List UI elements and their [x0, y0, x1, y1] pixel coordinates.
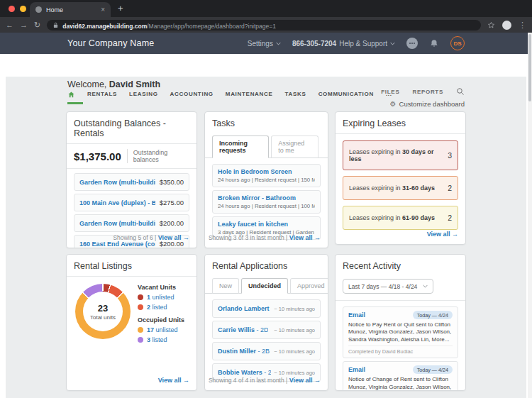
total-units-value: 23	[98, 303, 108, 314]
property-link[interactable]: 100 Main Ave (duplex) - B	[79, 199, 155, 206]
task-link[interactable]: Broken Mirror - Bathroom	[218, 194, 315, 201]
activity-item: Email Today — 4/24 Notice to Pay Rent or…	[343, 306, 458, 358]
view-all-link[interactable]: View all →	[158, 234, 189, 241]
scrollbar-thumb[interactable]	[528, 34, 531, 101]
occupancy-donut-chart: 23 Total units	[75, 284, 131, 339]
applicant-link[interactable]: Bobbie Waters - 2B	[218, 369, 271, 376]
legend-entry: 17 unlisted	[138, 326, 184, 333]
applicant-link[interactable]: Dustin Miller - 2B	[218, 348, 270, 355]
nav-files[interactable]: FILES	[381, 89, 399, 95]
applicant-link[interactable]: Carrie Willis - 2D	[218, 326, 268, 333]
tab-assigned-to-me[interactable]: Assigned to me	[271, 136, 318, 158]
property-link[interactable]: Garden Row (multi-building comple...	[79, 179, 155, 186]
legend-entry: 2 listed	[138, 304, 184, 311]
legend-link[interactable]: 3 listed	[147, 336, 167, 343]
property-link[interactable]: 160 East End Avenue (condo/townh...	[79, 241, 155, 248]
task-link[interactable]: Hole in Bedroom Screen	[218, 168, 315, 175]
nav-accounting[interactable]: ACCOUNTING	[170, 91, 214, 97]
favicon-icon	[35, 6, 42, 13]
applicant-link[interactable]: Orlando Lambert - 1	[218, 305, 271, 312]
legend-entry: 3 listed	[138, 336, 184, 343]
application-row: Orlando Lambert - 1 ~ 10 minutes ago	[212, 299, 321, 318]
legend-group-title: Occupied Units	[138, 316, 184, 324]
chevron-down-icon	[390, 41, 395, 46]
customize-dashboard-button[interactable]: ⚙ Customize dashboard	[390, 100, 465, 108]
activity-type-link[interactable]: Email	[348, 366, 365, 373]
nav-leasing[interactable]: LEASING	[129, 91, 157, 97]
nav-maintenance[interactable]: MAINTENANCE	[226, 91, 273, 97]
activity-text: Notice to Pay Rent or Quit sent to Clift…	[348, 321, 453, 343]
nav-tasks[interactable]: TASKS	[285, 91, 306, 97]
forward-icon[interactable]: →	[20, 21, 28, 29]
expiring-row-30[interactable]: Leases expiring in 30 days or less 3	[343, 140, 458, 170]
property-link[interactable]: Garden Row (multi-building comple...	[79, 220, 155, 227]
task-meta: 24 hours ago | Resident request | 100 Ma…	[218, 203, 315, 209]
app-header: Your Company Name Settings 866-305-7204 …	[0, 33, 532, 54]
url-bar[interactable]: david62.managebuilding.com/Manager/app/h…	[47, 20, 481, 31]
expiring-label: Leases expiring in 30 days or less	[349, 148, 448, 162]
expiring-row-61-90[interactable]: Leases expiring in 61-90 days 2	[343, 206, 458, 230]
expiring-leases-card: Expiring Leases Leases expiring in 30 da…	[335, 111, 466, 245]
bookmark-star-icon[interactable]	[487, 21, 495, 29]
reload-icon[interactable]: ↻	[34, 21, 40, 29]
nav-communication[interactable]: COMMUNICATION	[318, 91, 374, 97]
legend-link[interactable]: 2 listed	[147, 304, 167, 311]
active-nav-indicator	[67, 102, 83, 104]
legend-dot	[138, 294, 143, 300]
card-footer: Showing 5 of 6 | View all →	[113, 234, 189, 241]
task-item: Broken Mirror - Bathroom 24 hours ago | …	[212, 190, 321, 214]
application-row: Dustin Miller - 2B ~ 10 minutes ago	[212, 342, 321, 360]
lock-icon	[53, 22, 58, 28]
home-icon[interactable]	[67, 91, 75, 99]
browser-tabstrip: Home × +	[0, 0, 532, 17]
view-all-link[interactable]: View all →	[289, 234, 321, 241]
legend-link[interactable]: 17 unlisted	[147, 326, 178, 333]
view-all-link[interactable]: View all →	[158, 377, 189, 384]
page-scrollbar[interactable]	[528, 33, 532, 398]
date-range-select[interactable]: Last 7 days — 4/18 - 4/24	[343, 279, 433, 294]
notifications-bell-icon[interactable]	[429, 38, 439, 49]
settings-menu[interactable]: Settings	[248, 40, 281, 48]
close-window-button[interactable]	[9, 6, 15, 12]
balance-amount: $200.00	[160, 219, 184, 227]
chevron-down-icon	[276, 41, 281, 46]
browser-profile-avatar[interactable]	[502, 21, 511, 30]
tab-close-icon[interactable]: ×	[101, 6, 105, 13]
new-tab-button[interactable]: +	[118, 3, 123, 13]
activity-text: Notice of Change of Rent sent to Clifton…	[348, 376, 453, 391]
tab-approved[interactable]: Approved	[290, 278, 328, 294]
card-title: Rental Applications	[205, 255, 328, 276]
search-icon[interactable]	[456, 87, 465, 96]
legend-link[interactable]: 1 unlisted	[147, 294, 174, 301]
browser-tab-home[interactable]: Home ×	[30, 2, 111, 17]
chart-legend: Vacant Units 1 unlisted 2 listed Occupie…	[138, 284, 184, 349]
expiring-row-31-60[interactable]: Leases expiring in 31-60 days 2	[343, 176, 458, 200]
showing-count: Showing 3 of 3 in last month |	[209, 234, 287, 241]
total-units-label: Total units	[90, 314, 116, 321]
back-icon[interactable]: ←	[6, 21, 13, 29]
tab-new[interactable]: New	[212, 278, 239, 294]
activity-type-link[interactable]: Email	[348, 311, 365, 319]
chat-icon[interactable]	[406, 38, 418, 49]
help-support-menu[interactable]: 866-305-7204 Help & Support	[292, 40, 395, 48]
showing-count: Showing 4 of 4 in last month |	[209, 377, 287, 384]
view-all-link[interactable]: View all →	[289, 377, 321, 384]
card-footer: Showing 3 of 3 in last month | View all …	[209, 234, 321, 241]
browser-menu-icon[interactable]: ⋮	[519, 21, 526, 29]
user-avatar[interactable]: DS	[450, 36, 465, 50]
browser-toolbar: ← → ↻ david62.managebuilding.com/Manager…	[0, 17, 532, 33]
task-item: Hole in Bedroom Screen 24 hours ago | Re…	[212, 164, 321, 187]
tab-undecided[interactable]: Undecided	[241, 278, 288, 294]
balance-row: Garden Row (multi-building comple... $35…	[74, 173, 189, 191]
task-link[interactable]: Leaky faucet in kitchen	[218, 221, 315, 228]
application-time: ~ 10 minutes ago	[274, 348, 315, 355]
minimize-window-button[interactable]	[20, 6, 26, 12]
url-path: /Manager/app/homepage/dashboard?initpage…	[147, 23, 276, 30]
nav-reports[interactable]: REPORTS	[412, 89, 443, 95]
view-all-link[interactable]: View all →	[427, 231, 458, 238]
nav-rentals[interactable]: RENTALS	[87, 91, 117, 97]
expiring-label: Leases expiring in 61-90 days	[349, 214, 435, 221]
card-title: Rental Listings	[67, 255, 196, 277]
tab-incoming-requests[interactable]: Incoming requests	[212, 136, 269, 158]
applications-tabs: New Undecided Approved	[205, 277, 328, 294]
